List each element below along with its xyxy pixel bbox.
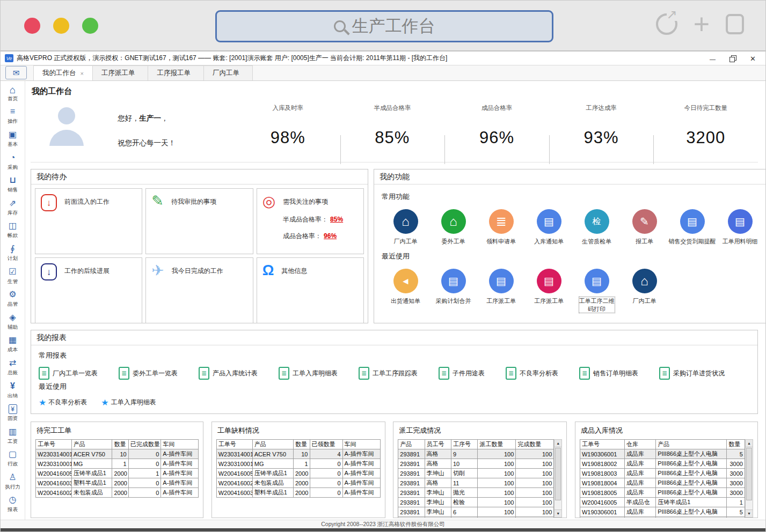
sidebar-item[interactable]: 出纳 — [1, 379, 25, 402]
report-item[interactable]: 销售订单明细表 — [579, 367, 638, 380]
function-item[interactable]: 厂内工单 — [382, 209, 429, 245]
function-item[interactable]: 生管质检单 — [573, 209, 621, 245]
table-row[interactable]: 293891李坤山检验100100 — [398, 498, 554, 507]
column-header[interactable]: 产品 — [252, 440, 293, 449]
function-item[interactable]: 工单用料明细 — [716, 209, 764, 245]
sidebar-item[interactable]: 固资 — [1, 402, 25, 425]
report-item[interactable]: 厂内工单一览表 — [39, 367, 98, 380]
sidebar-item[interactable]: 报表 — [1, 493, 25, 516]
table-row[interactable]: W190818005成品库PIII866桌上型个人电脑3000 — [580, 488, 745, 498]
sidebar-item[interactable]: 计划 — [1, 242, 25, 265]
column-header[interactable]: 数量 — [294, 440, 310, 449]
table-row[interactable]: W190818003成品库PIII866桌上型个人电脑3000 — [580, 469, 745, 478]
todo-card-done-today[interactable]: 我今日完成的工作 — [145, 257, 253, 323]
pending-workorders-table[interactable]: 工单号产品数量已完成数量车间W230314001ACER V750100A-插件… — [35, 439, 199, 498]
table-row[interactable]: 293891高格9100100 — [398, 449, 554, 459]
scroll-up-icon[interactable]: ▲ — [555, 440, 561, 447]
column-header[interactable]: 工序号 — [451, 440, 477, 449]
function-item[interactable]: 工序派工单 — [525, 269, 573, 313]
column-header[interactable]: 车间 — [342, 440, 380, 449]
column-header[interactable]: 产品 — [71, 440, 112, 449]
function-item[interactable]: 工序派工单 — [477, 269, 525, 313]
report-item[interactable]: 产品入库统计表 — [199, 367, 258, 380]
report-item[interactable]: 采购订单进货状况 — [659, 367, 725, 380]
column-header[interactable]: 工单号 — [580, 440, 624, 449]
table-row[interactable]: W230310001MG10A-插件车间 — [216, 459, 380, 469]
sidebar-item[interactable]: 工资 — [1, 425, 25, 448]
column-header[interactable]: 工单号 — [36, 440, 72, 449]
table-row[interactable]: W190306001成品库PIII866桌上型个人电脑5 — [580, 449, 745, 459]
table-row[interactable]: W200416005压铸半成品120001A-插件车间 — [36, 469, 199, 478]
material-shortage-table[interactable]: 工单号产品数量已领数量车间W230314001ACER V750104A-插件车… — [216, 439, 381, 498]
scrollbar-thumb[interactable] — [746, 448, 752, 500]
dispatch-completion-table[interactable]: 产品员工号工序号派工数量完成数量293891高格9100100293891高格1… — [398, 439, 554, 518]
function-item[interactable]: 出货通知单 — [382, 269, 429, 313]
mail-icon[interactable] — [5, 66, 27, 79]
metric-link[interactable]: 96% — [324, 232, 337, 240]
vertical-scrollbar[interactable]: ▲ ▼ — [745, 439, 753, 518]
column-header[interactable]: 已完成数量 — [128, 440, 161, 449]
table-row[interactable]: 293891李坤山7100100 — [398, 517, 554, 518]
open-external-icon[interactable] — [656, 13, 677, 35]
table-row[interactable]: W190818004成品库PIII866桌上型个人电脑3000 — [580, 478, 745, 488]
sidebar-item[interactable]: 基本 — [1, 128, 25, 151]
report-item[interactable]: 子件用途表 — [439, 367, 485, 380]
table-row[interactable]: W190306001成品库PIII866桌上型个人电脑5 — [580, 507, 745, 517]
function-item[interactable]: 厂内工单 — [621, 269, 668, 313]
new-tab-icon[interactable] — [694, 13, 710, 35]
column-header[interactable]: 产品 — [398, 440, 425, 449]
table-row[interactable]: W200416003塑料半成品120000A-插件车间 — [216, 488, 380, 498]
sidebar-item[interactable]: 帐款 — [1, 219, 25, 242]
metric-link[interactable]: 85% — [330, 216, 343, 223]
report-item[interactable]: 工单工序跟踪表 — [359, 367, 418, 380]
minimize-window-button[interactable] — [53, 18, 69, 34]
sidebar-item[interactable]: 辅助 — [1, 311, 25, 334]
function-item[interactable]: 委外工单 — [429, 209, 477, 245]
tab[interactable]: 工序报工单 — [148, 65, 204, 80]
table-row[interactable]: W200416005压铸半成品120000A-插件车间 — [216, 469, 380, 478]
table-row[interactable]: W200416002未包装成品20000A-插件车间 — [36, 488, 199, 498]
sidebar-item[interactable]: 成本 — [1, 334, 25, 357]
function-item[interactable]: 报工单 — [621, 209, 668, 245]
tab[interactable]: 厂内工单 — [204, 65, 253, 80]
column-header[interactable]: 员工号 — [425, 440, 451, 449]
finished-goods-inbound-table[interactable]: 工单号仓库产品数量W190306001成品库PIII866桌上型个人电脑5W19… — [580, 439, 745, 518]
recent-report-item[interactable]: 工单入库明细表 — [101, 398, 156, 407]
function-item[interactable]: 领料申请单 — [477, 209, 525, 245]
todo-card-progress[interactable]: 工作的后续进展 — [35, 257, 142, 323]
tab-close-icon[interactable]: × — [81, 70, 84, 77]
function-item[interactable]: 销售交货到期提醒 — [668, 209, 716, 245]
table-row[interactable]: W230310001MG10A-插件车间 — [36, 459, 199, 469]
table-row[interactable]: W200416002未包装成品20000A-插件车间 — [216, 478, 380, 488]
column-header[interactable]: 产品 — [656, 440, 727, 449]
table-row[interactable]: W190818002成品库PIII866桌上型个人电脑3000 — [580, 459, 745, 469]
table-row[interactable]: W200416005半成品仓压铸半成品11 — [580, 498, 745, 507]
table-row[interactable]: 293891李坤山切削100100 — [398, 469, 554, 478]
sidebar-item[interactable]: 销售 — [1, 173, 25, 196]
todo-card-focus[interactable]: 需我关注的事项 半成品合格率：85% 成品合格率：96% — [257, 188, 364, 254]
scroll-down-icon[interactable]: ▼ — [555, 509, 561, 517]
table-row[interactable]: W230314001ACER V750104A-插件车间 — [216, 449, 380, 459]
vertical-scrollbar[interactable]: ▲ ▼ — [554, 439, 562, 518]
sidebar-item[interactable]: 总账 — [1, 356, 25, 379]
table-row[interactable]: W190903001成品库2010新款Pad10 — [580, 517, 745, 518]
column-header[interactable]: 工单号 — [216, 440, 252, 449]
column-header[interactable]: 数量 — [112, 440, 128, 449]
todo-card-inflow[interactable]: 前面流入的工作 — [35, 188, 142, 254]
tab[interactable]: 我的工作台 × — [33, 65, 93, 80]
function-item[interactable]: 工单工序二维码打印 — [573, 269, 621, 313]
function-item[interactable]: 采购计划合并 — [429, 269, 477, 313]
tabs-overview-icon[interactable] — [726, 14, 744, 34]
scroll-down-icon[interactable]: ▼ — [746, 509, 753, 517]
todo-card-other[interactable]: 其他信息 — [257, 257, 364, 323]
table-row[interactable]: W200416003塑料半成品120000A-插件车间 — [36, 478, 199, 488]
column-header[interactable]: 完成数量 — [516, 440, 554, 449]
recent-report-item[interactable]: 不良率分析表 — [39, 398, 87, 407]
sidebar-item[interactable]: 操作 — [1, 105, 25, 128]
sidebar-item[interactable]: 采购 — [1, 151, 25, 174]
tab[interactable]: 工序派工单 — [93, 65, 149, 80]
table-row[interactable]: 293891高格10100100 — [398, 459, 554, 469]
report-item[interactable]: 委外工单一览表 — [119, 367, 178, 380]
sidebar-item[interactable]: 执行力 — [1, 470, 25, 493]
sidebar-item[interactable]: 行政 — [1, 448, 25, 471]
